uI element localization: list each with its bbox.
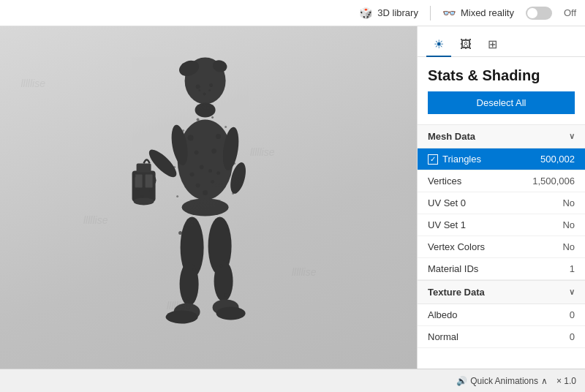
image-tab-button[interactable]: 🖼 xyxy=(453,34,479,57)
svg-point-54 xyxy=(233,162,235,165)
quick-animations-label: Quick Animations xyxy=(470,376,538,386)
svg-point-24 xyxy=(221,126,241,171)
main-content: lllllise lllllise lllllise lllllise llll… xyxy=(0,26,585,369)
svg-point-10 xyxy=(188,135,194,140)
normal-value: 0 xyxy=(570,331,575,342)
zoom-label: × 1.0 xyxy=(556,376,576,386)
mesh-data-section-header[interactable]: Mesh Data ∨ xyxy=(418,124,585,148)
zoom-level[interactable]: × 1.0 xyxy=(556,376,576,386)
svg-point-33 xyxy=(137,187,140,190)
right-panel: ☀ 🖼 ⊞ Stats & Shading Deselect All Mesh … xyxy=(417,26,585,369)
svg-point-57 xyxy=(197,118,200,121)
bottom-bar: 🔊 Quick Animations ∧ × 1.0 xyxy=(0,369,585,392)
svg-point-7 xyxy=(208,89,211,91)
3d-model xyxy=(110,50,315,357)
svg-point-3 xyxy=(196,84,200,88)
watermark-2: lllllise xyxy=(250,146,274,158)
mixed-reality-toggle[interactable] xyxy=(526,7,552,20)
svg-point-13 xyxy=(211,148,216,154)
svg-point-43 xyxy=(213,299,239,315)
mixed-reality-label: Mixed reality xyxy=(461,7,514,18)
uv-set-1-value: No xyxy=(562,219,575,230)
triangles-row[interactable]: ✓ Triangles 500,002 xyxy=(418,148,585,170)
triangles-label: ✓ Triangles xyxy=(428,154,481,165)
watermark-5: lllllise xyxy=(167,300,191,312)
svg-point-45 xyxy=(178,231,182,235)
uv-set-1-row: UV Set 1 No xyxy=(418,214,585,236)
svg-rect-28 xyxy=(135,174,143,187)
mesh-data-label: Mesh Data xyxy=(428,131,475,142)
albedo-row: Albedo 0 xyxy=(418,304,585,326)
mesh-data-chevron: ∨ xyxy=(569,132,575,141)
svg-point-58 xyxy=(211,116,214,118)
svg-point-32 xyxy=(153,177,155,179)
mixed-reality-button[interactable]: 👓 Mixed reality xyxy=(442,7,514,20)
mixed-reality-icon: 👓 xyxy=(442,7,456,20)
toggle-knob xyxy=(527,8,537,18)
svg-rect-27 xyxy=(137,163,151,172)
svg-point-22 xyxy=(146,146,181,181)
svg-point-52 xyxy=(224,126,227,128)
svg-point-50 xyxy=(224,293,227,296)
svg-point-44 xyxy=(216,306,246,320)
triangles-checkbox[interactable]: ✓ xyxy=(428,154,438,165)
svg-point-30 xyxy=(134,197,154,205)
texture-data-label: Texture Data xyxy=(428,287,485,298)
grid-tab-button[interactable]: ⊞ xyxy=(480,33,505,57)
panel-toolbar: ☀ 🖼 ⊞ xyxy=(418,26,585,57)
viewport[interactable]: lllllise lllllise lllllise lllllise llll… xyxy=(0,26,417,369)
panel-title: Stats & Shading xyxy=(418,57,585,91)
svg-point-4 xyxy=(209,83,213,87)
svg-point-11 xyxy=(216,134,221,139)
uv-set-0-value: No xyxy=(562,197,575,208)
svg-point-23 xyxy=(145,174,156,186)
svg-point-37 xyxy=(181,216,204,278)
svg-point-40 xyxy=(166,310,198,323)
3d-library-button[interactable]: 🎲 3D library xyxy=(359,7,418,20)
texture-data-section-header[interactable]: Texture Data ∨ xyxy=(418,280,585,304)
svg-point-9 xyxy=(178,119,233,200)
svg-point-8 xyxy=(195,102,216,117)
top-bar: 🎲 3D library 👓 Mixed reality Off xyxy=(0,0,585,26)
chevron-up-icon: ∧ xyxy=(541,376,548,386)
material-ids-value: 1 xyxy=(570,263,575,274)
svg-point-36 xyxy=(182,198,229,216)
svg-point-38 xyxy=(180,262,199,306)
sun-tab-button[interactable]: ☀ xyxy=(426,33,451,57)
vertices-label: Vertices xyxy=(428,176,461,186)
svg-point-46 xyxy=(226,227,229,230)
library-label: 3D library xyxy=(377,7,418,18)
normal-row: Normal 0 xyxy=(418,326,585,348)
normal-label: Normal xyxy=(428,331,458,342)
svg-point-56 xyxy=(232,192,234,195)
svg-point-48 xyxy=(220,264,223,267)
library-icon: 🎲 xyxy=(359,7,373,20)
vertex-colors-row: Vertex Colors No xyxy=(418,236,585,258)
svg-point-14 xyxy=(200,165,204,169)
watermark-1: lllllise xyxy=(21,78,45,89)
vertex-colors-value: No xyxy=(562,241,575,252)
triangles-value: 500,002 xyxy=(540,154,575,165)
svg-point-51 xyxy=(182,129,184,132)
albedo-label: Albedo xyxy=(428,309,457,320)
svg-rect-26 xyxy=(132,170,156,201)
svg-point-20 xyxy=(203,190,208,195)
svg-point-21 xyxy=(169,124,190,167)
separator xyxy=(430,6,431,20)
svg-point-12 xyxy=(195,150,199,154)
watermark-3: lllllise xyxy=(83,214,107,226)
svg-point-17 xyxy=(216,171,220,175)
svg-rect-29 xyxy=(146,174,153,187)
texture-data-chevron: ∨ xyxy=(569,287,575,297)
material-ids-row: Material IDs 1 xyxy=(418,258,585,280)
uv-set-0-row: UV Set 0 No xyxy=(418,192,585,214)
speaker-icon: 🔊 xyxy=(456,376,467,386)
svg-point-41 xyxy=(208,216,232,275)
albedo-value: 0 xyxy=(570,309,575,320)
quick-animations-button[interactable]: 🔊 Quick Animations ∧ xyxy=(456,376,548,386)
svg-point-5 xyxy=(203,92,206,95)
deselect-all-button[interactable]: Deselect All xyxy=(428,91,575,114)
svg-point-39 xyxy=(174,303,200,320)
toggle-off-label: Off xyxy=(564,7,576,18)
svg-point-49 xyxy=(187,297,190,300)
